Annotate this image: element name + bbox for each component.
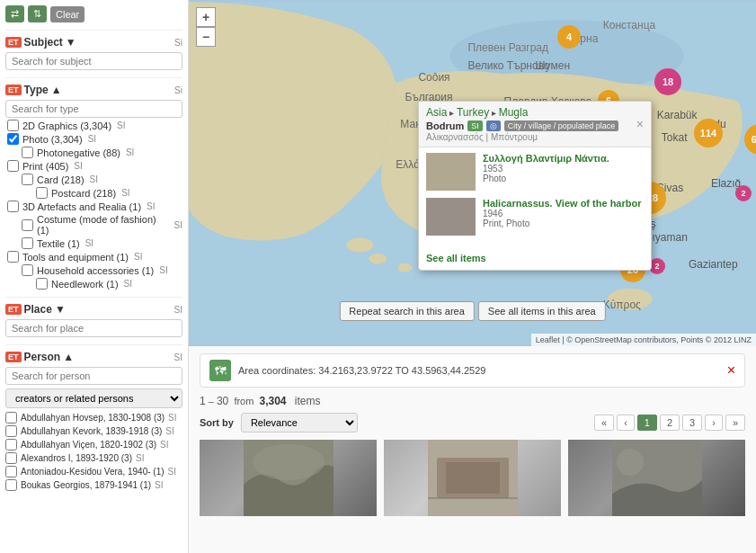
see-all-area-button[interactable]: See all items in this area	[478, 301, 606, 321]
type-check-costume[interactable]	[22, 219, 33, 231]
type-label-2dgraphics: 2D Graphics (3,304)	[22, 120, 111, 131]
type-si-photo[interactable]: SI	[88, 134, 96, 144]
type-check-textile[interactable]	[22, 237, 33, 249]
person-list: Abdullahyan Hovsep, 1830-1908 (3) SI Abd…	[5, 412, 182, 491]
type-filter-header: ET Type ▲ Si	[5, 84, 182, 96]
see-all-link[interactable]: See all items	[426, 253, 486, 263]
image-card-0[interactable]	[200, 440, 377, 516]
person-si-1[interactable]: SI	[165, 426, 173, 436]
person-si-4[interactable]: SI	[168, 467, 176, 477]
type-si-photoneg[interactable]: SI	[126, 147, 134, 157]
map-container[interactable]: Плевен Разград Варна Констанца Соôия Вел…	[189, 0, 756, 346]
person-check-1[interactable]	[5, 425, 17, 437]
breadcrumb-turkey[interactable]: Turkey	[457, 106, 489, 119]
popup-header-content: Asia ▸ Turkey ▸ Mugla Bodrum SI ◎ City /…	[426, 106, 618, 142]
person-si-5[interactable]: SI	[155, 480, 163, 490]
range-end: 30	[217, 395, 228, 407]
type-check-2dgraphics[interactable]	[7, 120, 19, 131]
type-check-photo[interactable]	[7, 133, 19, 145]
person-role-dropdown[interactable]: creators or related persons	[5, 388, 182, 408]
popup-item-title-0[interactable]: Συλλογή Βλαντίμιρ Νάντια.	[483, 153, 644, 164]
total-count: 3,304	[260, 395, 287, 407]
person-si[interactable]: SI	[174, 352, 182, 362]
type-search-input[interactable]	[5, 100, 182, 118]
sort-btn-2[interactable]: ⇅	[28, 5, 47, 22]
person-check-2[interactable]	[5, 439, 17, 450]
page-next-button[interactable]: ›	[705, 415, 723, 431]
type-si-tools[interactable]: SI	[134, 252, 142, 262]
popup-item-title-1[interactable]: Halicarnassus. View of the harbor	[483, 198, 644, 209]
person-search-input[interactable]	[5, 367, 182, 385]
person-label-5: Boukas Georgios, 1879-1941 (1)	[21, 480, 151, 490]
subject-arrow[interactable]: ▼	[66, 36, 76, 49]
image-grid	[200, 440, 745, 516]
place-arrow[interactable]: ▼	[55, 303, 66, 316]
page-3-button[interactable]: 3	[682, 415, 702, 431]
page-first-button[interactable]: «	[594, 415, 614, 431]
svg-point-4	[397, 263, 412, 272]
type-si-3dartefacts[interactable]: SI	[147, 201, 155, 211]
sort-select[interactable]: Relevance Date Title Creator	[241, 413, 358, 433]
breadcrumb-mugla[interactable]: Mugla	[499, 106, 529, 119]
page-last-button[interactable]: »	[725, 415, 745, 431]
type-check-card[interactable]	[22, 174, 33, 185]
area-close-button[interactable]: ×	[727, 362, 735, 379]
person-check-5[interactable]	[5, 479, 17, 491]
page-1-button[interactable]: 1	[637, 415, 657, 431]
popup-close-button[interactable]: ×	[636, 118, 644, 130]
person-si-3[interactable]: SI	[136, 453, 144, 463]
type-si-needlework[interactable]: SI	[124, 279, 132, 289]
person-si-0[interactable]: SI	[168, 413, 176, 423]
repeat-search-button[interactable]: Repeat search in this area	[339, 301, 474, 321]
type-si-card[interactable]: SI	[90, 174, 98, 184]
type-si[interactable]: Si	[174, 85, 182, 95]
marker-4[interactable]: 4	[557, 25, 581, 49]
type-check-household[interactable]	[22, 264, 33, 276]
marker-114[interactable]: 114	[694, 119, 723, 147]
type-subitems-3d: Costume (mode of fashion) (1) SI Textile…	[5, 214, 182, 249]
type-si-2dgraphics[interactable]: SI	[117, 120, 125, 130]
place-si[interactable]: SI	[174, 305, 182, 315]
type-check-postcard[interactable]	[36, 187, 48, 199]
clear-button[interactable]: Clear	[50, 6, 84, 22]
place-search-input[interactable]	[5, 319, 182, 337]
type-check-print[interactable]	[7, 160, 19, 172]
type-check-needlework[interactable]	[36, 278, 48, 290]
person-check-0[interactable]	[5, 412, 17, 424]
type-si-postcard[interactable]: SI	[121, 188, 129, 198]
subject-si[interactable]: Si	[174, 38, 182, 48]
type-si-household[interactable]: SI	[159, 265, 167, 275]
type-si-textile[interactable]: SI	[85, 238, 93, 248]
marker-2-right[interactable]: 2	[735, 185, 752, 201]
sort-btn-1[interactable]: ⇄	[5, 5, 24, 22]
type-check-3dartefacts[interactable]	[7, 201, 19, 212]
person-filter: ET Person ▲ SI creators or related perso…	[5, 344, 182, 491]
popup-item-0: Συλλογή Βλαντίμιρ Νάντια. 1953 Photo	[426, 153, 644, 191]
person-filter-header: ET Person ▲ SI	[5, 351, 182, 363]
breadcrumb-asia[interactable]: Asia	[426, 106, 447, 119]
person-arrow[interactable]: ▲	[63, 351, 74, 363]
type-label-household: Household accessories (1)	[37, 265, 154, 276]
image-card-1[interactable]	[384, 440, 561, 516]
page-prev-button[interactable]: ‹	[617, 415, 635, 431]
person-check-3[interactable]	[5, 452, 17, 464]
image-card-2[interactable]	[568, 440, 745, 516]
sidebar-toolbar: ⇄ ⇅ Clear	[5, 5, 182, 22]
type-si-print[interactable]: SI	[74, 161, 82, 171]
marker-18[interactable]: 18	[654, 68, 681, 95]
zoom-in-button[interactable]: +	[196, 7, 216, 27]
zoom-out-button[interactable]: −	[196, 27, 216, 47]
type-arrow[interactable]: ▲	[51, 84, 62, 96]
subject-filter: ET Subject ▼ Si	[5, 30, 182, 70]
person-check-4[interactable]	[5, 466, 17, 477]
person-si-2[interactable]: SI	[160, 440, 168, 450]
popup-thumb-1	[426, 198, 476, 236]
subject-search-input[interactable]	[5, 52, 182, 70]
type-si-costume[interactable]: SI	[174, 220, 182, 230]
popup-item-year-1: 1946	[483, 209, 644, 219]
popup-item-1: Halicarnassus. View of the harbor 1946 P…	[426, 198, 644, 236]
type-subitems-card: Postcard (218) SI	[20, 187, 182, 199]
type-check-tools[interactable]	[7, 251, 19, 263]
page-2-button[interactable]: 2	[660, 415, 680, 431]
type-check-photoneg[interactable]	[22, 147, 33, 158]
